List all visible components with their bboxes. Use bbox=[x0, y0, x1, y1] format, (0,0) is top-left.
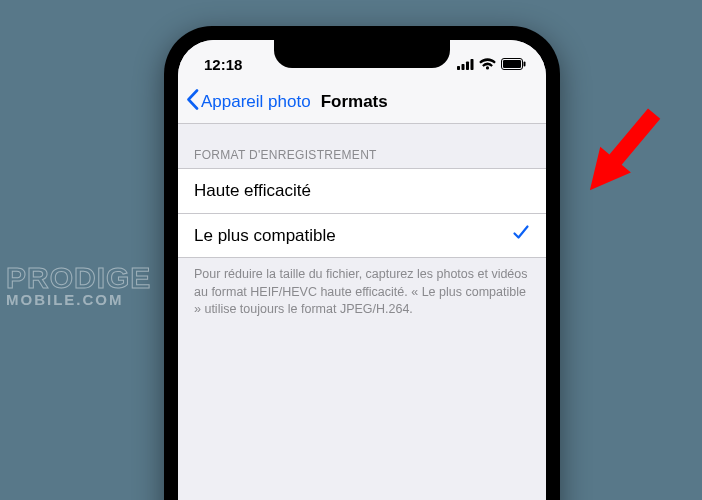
option-high-efficiency[interactable]: Haute efficacité bbox=[178, 169, 546, 213]
svg-rect-2 bbox=[466, 61, 469, 70]
watermark-line2: MOBILE.COM bbox=[6, 293, 151, 307]
wifi-icon bbox=[479, 56, 496, 73]
watermark-line1: PRODIGE bbox=[6, 264, 151, 291]
svg-rect-0 bbox=[457, 66, 460, 70]
section-header: FORMAT D'ENREGISTREMENT bbox=[178, 124, 546, 168]
svg-marker-7 bbox=[575, 101, 670, 203]
battery-icon bbox=[501, 56, 526, 73]
option-most-compatible[interactable]: Le plus compatible bbox=[178, 213, 546, 257]
status-icons bbox=[457, 56, 526, 73]
section-footer: Pour réduire la taille du fichier, captu… bbox=[178, 258, 546, 319]
format-options-group: Haute efficacité Le plus compatible bbox=[178, 168, 546, 258]
annotation-arrow bbox=[562, 92, 682, 236]
page-title: Formats bbox=[321, 92, 388, 112]
clock: 12:18 bbox=[204, 56, 242, 73]
svg-rect-1 bbox=[462, 64, 465, 70]
option-label: Le plus compatible bbox=[194, 226, 336, 246]
back-button[interactable]: Appareil photo bbox=[186, 89, 311, 115]
phone-screen: 12:18 Appareil photo Formats bbox=[178, 40, 546, 500]
back-label: Appareil photo bbox=[201, 92, 311, 112]
svg-rect-5 bbox=[503, 60, 521, 68]
signal-icon bbox=[457, 56, 474, 73]
watermark: PRODIGE MOBILE.COM bbox=[6, 264, 151, 307]
svg-rect-6 bbox=[524, 61, 526, 66]
iphone-notch bbox=[274, 40, 450, 68]
chevron-left-icon bbox=[186, 89, 199, 115]
checkmark-icon bbox=[512, 224, 530, 247]
navigation-bar: Appareil photo Formats bbox=[178, 80, 546, 124]
phone-frame: 12:18 Appareil photo Formats bbox=[164, 26, 560, 500]
option-label: Haute efficacité bbox=[194, 181, 311, 201]
svg-rect-3 bbox=[471, 59, 474, 70]
